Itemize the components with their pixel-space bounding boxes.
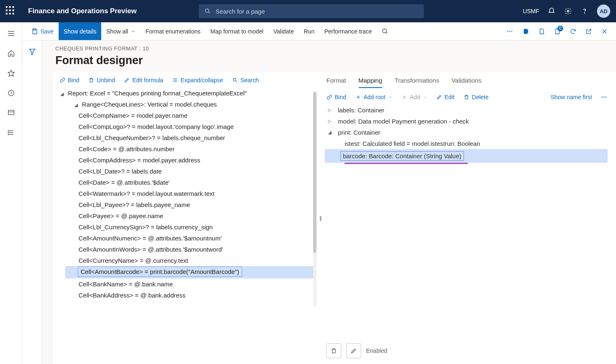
modules-icon[interactable]	[7, 128, 16, 137]
pencil-icon	[124, 77, 130, 83]
caret-down-icon[interactable]: ◢	[59, 91, 64, 97]
office-link-icon[interactable]	[523, 28, 529, 35]
mapping-node-model[interactable]: ▷model: Data model Payment generation - …	[325, 116, 608, 127]
tree-node-cell[interactable]: Cell<Watermark>? = model.layout.watermar…	[53, 188, 316, 199]
tab-mapping[interactable]: Mapping	[359, 77, 383, 88]
tree-node-cell[interactable]: Cell<Lbl_CurrencySign>? = labels.currenc…	[53, 221, 316, 233]
tree-node-range[interactable]: ◢ Range<ChequeLines>: Vertical = model.c…	[53, 99, 316, 110]
tab-validations[interactable]: Validations	[452, 77, 481, 88]
status-field[interactable]: Enabled	[366, 343, 608, 358]
search-icon	[205, 8, 211, 14]
hamburger-icon[interactable]	[7, 29, 16, 38]
pane-splitter[interactable]: ‖	[316, 72, 325, 364]
global-search[interactable]	[199, 4, 424, 18]
plus-icon	[355, 94, 361, 100]
toolbar-search-button[interactable]	[377, 22, 393, 40]
recent-icon[interactable]	[7, 88, 16, 98]
tree-node-cell[interactable]: Cell<Lbl_Payee>? = labels.payee_name	[53, 199, 316, 210]
tree-node-cell[interactable]: Cell<AmountBarcode> = print.barcode("Amo…	[65, 266, 316, 278]
notifications-icon[interactable]	[547, 7, 556, 15]
edit-button[interactable]	[346, 343, 361, 358]
workspace-icon[interactable]	[7, 108, 16, 117]
add-root-action[interactable]: Add root	[355, 94, 392, 100]
tab-format[interactable]: Format	[326, 77, 346, 88]
caret-right-icon[interactable]: ▷	[328, 119, 334, 124]
right-tabs: Format Mapping Transformations Validatio…	[325, 77, 608, 88]
tree-search-action[interactable]: Search	[232, 77, 259, 83]
mapping-tree[interactable]: ▷labels: Container ▷model: Data model Pa…	[325, 105, 608, 164]
close-icon[interactable]	[601, 28, 608, 35]
svg-marker-20	[524, 29, 528, 34]
edit-formula-action[interactable]: Edit formula	[124, 77, 163, 83]
tree-node-cell[interactable]: Cell<AmountInWords> = @.attributes.'$amo…	[53, 244, 316, 255]
validate-button[interactable]: Validate	[269, 22, 299, 40]
tree-node-cell[interactable]: Cell<BankName> = @.bank.name	[53, 278, 316, 290]
global-search-input[interactable]	[216, 8, 418, 15]
tree-node-cell[interactable]: Cell<BankAddress> = @.bank.address	[53, 290, 316, 301]
attachments-icon[interactable]	[538, 28, 545, 35]
home-icon[interactable]	[7, 49, 16, 58]
filter-pane-toggle[interactable]	[22, 40, 42, 364]
tree-node-cell[interactable]: Cell<CompAddress> = model.payer.address	[53, 155, 316, 166]
app-launcher-icon[interactable]	[6, 6, 16, 16]
chevron-down-icon	[423, 95, 427, 100]
tree-node-cell[interactable]: Cell<Lbl_Date>? = labels.date	[53, 166, 316, 177]
tree-node-cell[interactable]: Cell<Date> = @.attributes.'$date'	[53, 177, 316, 188]
format-tree[interactable]: ◢ Report: Excel = "Cheques printing form…	[53, 88, 316, 352]
search-icon	[232, 77, 238, 83]
tree-node-cell[interactable]: Cell<CompName> = model.payer.name	[53, 110, 316, 121]
caret-down-icon[interactable]: ◢	[328, 130, 334, 135]
svg-point-15	[8, 132, 9, 133]
tree-node-cell[interactable]: Cell<Lbl_ChequeNumber>? = labels.cheque_…	[53, 132, 316, 143]
edit-action[interactable]: Edit	[436, 94, 454, 100]
show-details-button[interactable]: Show details	[59, 22, 101, 40]
favorites-icon[interactable]	[7, 69, 16, 78]
caret-right-icon[interactable]: ▷	[328, 107, 334, 113]
expand-collapse-action[interactable]: Expand/collapse	[172, 77, 223, 83]
link-icon	[326, 94, 332, 100]
show-name-first-action[interactable]: Show name first	[551, 94, 592, 100]
link-icon	[59, 77, 65, 83]
popout-icon[interactable]	[585, 28, 592, 35]
run-button[interactable]: Run	[299, 22, 319, 40]
svg-line-28	[235, 81, 237, 82]
mapping-more-actions[interactable]: ⋯	[601, 94, 608, 100]
more-commands-button[interactable]: ⋯	[507, 28, 514, 35]
unbind-action[interactable]: Unbind	[88, 77, 115, 83]
tree-scrollbar[interactable]	[313, 92, 316, 307]
side-rail	[0, 22, 22, 364]
mapping-node-labels[interactable]: ▷labels: Container	[325, 105, 608, 116]
user-avatar[interactable]: AD	[597, 5, 610, 18]
settings-icon[interactable]	[564, 7, 572, 15]
page-title: Format designer	[55, 54, 616, 67]
bind-action[interactable]: Bind	[59, 77, 79, 83]
page-options-icon[interactable]: 0	[554, 28, 561, 35]
tree-node-cell[interactable]: Cell<Payee> = @.payee.name	[53, 210, 316, 221]
svg-line-1	[208, 12, 209, 13]
delete-button[interactable]	[326, 343, 341, 358]
delete-action[interactable]: Delete	[464, 94, 488, 100]
refresh-icon[interactable]	[570, 28, 576, 35]
mapping-node-barcode[interactable]: barcode: Barcode: Container (String Valu…	[325, 149, 608, 163]
map-format-button[interactable]: Map format to model	[205, 22, 268, 40]
help-icon[interactable]	[580, 7, 589, 15]
mapping-bind-action[interactable]: Bind	[326, 94, 346, 100]
pencil-icon	[350, 347, 357, 354]
tree-node-root[interactable]: ◢ Report: Excel = "Cheques printing form…	[53, 88, 316, 99]
caret-down-icon[interactable]: ◢	[74, 102, 78, 108]
tree-node-cell[interactable]: Cell<Code> = @.attributes.number	[53, 143, 316, 155]
tree-node-cell[interactable]: Cell<CompLogo>? = model.layout.'company …	[53, 121, 316, 132]
chevron-down-icon	[388, 95, 392, 100]
performance-trace-button[interactable]: Performance trace	[319, 22, 377, 40]
company-label[interactable]: USMF	[523, 8, 539, 14]
chevron-down-icon	[131, 29, 136, 34]
format-enumerations-button[interactable]: Format enumerations	[140, 22, 205, 40]
mapping-node-print[interactable]: ◢print: Container	[325, 127, 608, 138]
svg-marker-23	[29, 49, 35, 55]
show-all-button[interactable]: Show all	[101, 22, 140, 40]
tab-transformations[interactable]: Transformations	[395, 77, 439, 88]
tree-node-cell[interactable]: Cell<CurrencyName> = @.currency.text	[53, 255, 316, 266]
tree-node-cell[interactable]: Cell<AmountNumeric> = @.attributes.'$amo…	[53, 233, 316, 244]
mapping-node-istest[interactable]: istest: Calculated field = model.istestr…	[325, 138, 608, 149]
save-button[interactable]: Save	[26, 22, 59, 40]
